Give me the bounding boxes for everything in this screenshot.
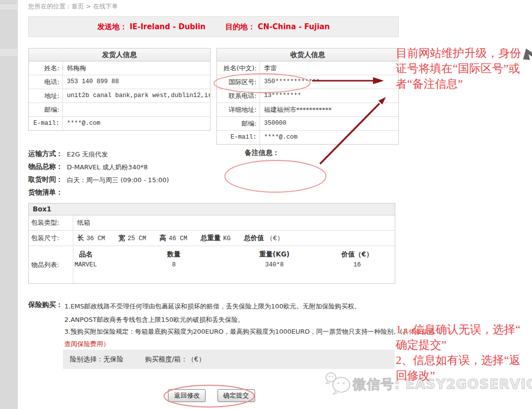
dim-length: 长36 CM [77,234,105,243]
breadcrumb-home-link[interactable]: 首页 [72,2,84,10]
route-origin-value: IE-Ireland - Dublin [130,22,206,31]
item-value: 16 [353,261,361,268]
table-row: 邮编: 350000 [217,117,398,131]
left-panel-edge [0,0,18,409]
insurance-line-3: 3.预购买附加保险规定：每箱最底购买额度为200EURO，最高购买额度为1000… [64,327,411,336]
recipient-address-label: 详细地址: [217,103,260,116]
left-panel-tab [0,3,17,10]
table-row: 电话: 353 140 899 88 [29,75,210,89]
route-destination-value: CN-China - Fujian [258,22,329,31]
route-destination: 目的地： CN-China - Fujian [225,22,330,32]
cargo-list-label: 货物清单： [28,188,63,197]
table-row: 详细地址: 福建福州市*********** [217,103,398,117]
package-size-value: 长36 CM 宽25 CM 高46 CM 总重量KG 总价值（€） [73,231,395,246]
sender-zip-value [63,103,210,116]
package-type-value: 纸箱 [73,215,395,230]
item-list-label: 物品列表: [29,246,73,283]
table-row: 包装尺寸: 长36 CM 宽25 CM 高46 CM 总重量KG 总价值（€） [29,231,395,246]
item-col-weight: 重量(KG) [260,250,290,259]
annotation-note-bottom: 1、信息确认无误，选择“ 确定提交” 2、信息如有误，选择“返 回修改” [396,322,532,383]
breadcrumb-separator: > [86,2,91,10]
recipient-zip-value: 350000 [260,117,398,130]
back-edit-button[interactable]: 返回修改 [168,389,206,402]
table-row: 国际区号: 350************ [217,75,398,89]
transport-method-label: 运输方式： [28,150,63,158]
item-col-value: 价值（€） [341,250,372,259]
dim-height: 高46 CM [160,234,187,243]
item-name: MARVEL [74,261,97,268]
table-row: 姓名: 韩梅梅 [29,61,210,75]
wechat-icon [325,370,354,396]
item-qty: 8 [172,261,176,268]
recipient-name-label: 姓名(中文): [217,61,260,75]
table-row: 姓名(中文): 李雷 [217,61,398,75]
insurance-label: 保险购买： [28,301,63,309]
dim-width: 宽25 CM [118,234,146,243]
risk-type-text: 险别选择：无保险 [70,355,123,364]
sender-address-label: 地址: [29,89,63,102]
recipient-table-title: 收货人信息 [217,49,398,61]
sender-address-value: unit2b canal bank,park west,dublin12,irl… [63,89,210,102]
sender-email-label: E-mail: [29,117,63,130]
pickup-time-value: 白天：周一与周三 (09:00 - 15:00) [67,176,169,185]
transport-method-value: E2G 无痕代发 [67,150,108,159]
left-panel-tab [0,48,17,57]
dim-total-weight: 总重量KG [201,234,231,243]
sender-phone-label: 电话: [29,75,63,89]
item-col-name: 品名 [79,250,93,259]
annotation-note-top: 目前网站维护升级，身份 证号将填在“国际区号”或 者“备注信息” [396,46,532,92]
dim-total-value: 总价值（€） [244,234,284,243]
table-row: 地址: unit2b canal bank,park west,dublin12… [29,89,210,103]
pickup-time-label: 取货时间： [28,175,63,184]
risk-amount-text: 购买额度/箱：（€） [145,355,205,364]
recipient-email-label: E-mail: [217,131,260,144]
box1-table: Box1 包装类型: 纸箱 包装尺寸: 长36 CM 宽25 CM 高46 CM… [28,203,395,284]
table-row: 联系电话: 13******** [217,89,398,103]
sender-name-value: 韩梅梅 [63,61,210,75]
item-weight: 340*8 [265,261,284,268]
recipient-address-value: 福建福州市*********** [260,103,398,116]
sender-zip-label: 邮编: [29,103,63,116]
box1-title: Box1 [29,204,395,215]
confirm-submit-button[interactable]: 确定提交 [217,389,255,402]
sender-phone-value: 353 140 899 88 [63,75,210,89]
package-size-label: 包装尺寸: [29,231,73,246]
item-col-qty: 数量 [167,250,181,259]
breadcrumb-prefix: 您所在的位置： [28,2,72,10]
insurance-line-3-text: 3.预购买附加保险规定：每箱最底购买额度为200EURO，最高购买额度为1000… [64,328,402,335]
risk-selection-box: 险别选择：无保险 购买额度/箱：（€） [63,350,395,369]
recipient-info-table: 收货人信息 姓名(中文): 李雷 国际区号: 350************ 联… [216,48,399,145]
route-origin-label: 发送地： [97,22,127,31]
recipient-intl-code-label: 国际区号: [217,75,260,89]
highlight-circle-remark [225,160,326,192]
goods-title-value: D-MARVEL 成人奶粉340*8 [67,163,148,172]
package-type-label: 包装类型: [29,215,73,230]
insurance-line-1: 1.EMS邮政线路不受理任何理由包裹延误和损坏的赔偿，丢失保险上限为100欧元。… [64,302,411,311]
table-row: E-mail: ****@.com [29,117,210,130]
item-list-grid: 品名 数量 重量(KG) 价值（€） MARVEL 8 340*8 16 [73,246,395,283]
route-destination-label: 目的地： [225,22,255,31]
route-bar: 发送地： IE-Ireland - Dublin 目的地： CN-China -… [28,16,399,37]
insurance-line-2: 2.ANPOST邮政商务专线包含上限150欧元的破损和丢失保险。 [64,315,411,324]
recipient-intl-code-value: 350************ [260,75,398,89]
recipient-name-value: 李雷 [260,61,398,75]
sender-table-title: 发货人信息 [29,49,210,61]
recipient-phone-label: 联系电话: [217,89,260,102]
remark-label: 备注信息： [245,149,279,157]
breadcrumb-current: 在线下单 [93,2,118,10]
insurance-terms-link-wrap[interactable]: 查阅保险费用） [64,340,411,349]
goods-title-label: 物品总称： [28,162,63,171]
recipient-phone-value: 13******** [260,89,398,102]
table-row: 物品列表: 品名 数量 重量(KG) 价值（€） MARVEL 8 340*8 … [29,246,395,283]
route-origin: 发送地： IE-Ireland - Dublin [97,22,206,32]
sender-info-table: 发货人信息 姓名: 韩梅梅 电话: 353 140 899 88 地址: uni… [28,48,211,131]
recipient-email-value: ****@.com [260,131,398,144]
sender-name-label: 姓名: [29,61,63,75]
table-row: 邮编: [29,103,210,117]
sender-email-value: ****@.com [63,117,210,130]
breadcrumb: 您所在的位置：首页 > 在线下单 [28,2,118,11]
recipient-zip-label: 邮编: [217,117,260,130]
table-row: E-mail: ****@.com [217,131,398,144]
table-row: 包装类型: 纸箱 [29,215,395,231]
